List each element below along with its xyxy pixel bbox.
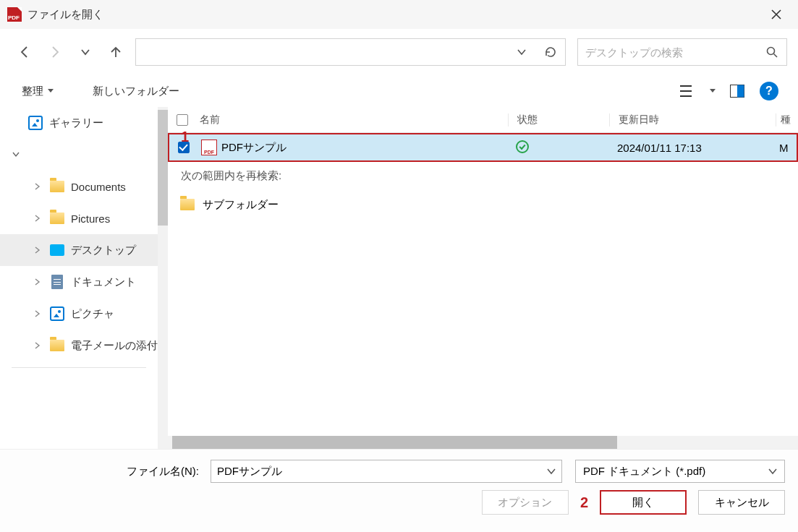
research-label: 次の範囲内を再検索: — [168, 162, 798, 190]
sidebar: ギャラリー Documents Pictures — [0, 107, 168, 449]
column-name[interactable]: 名前 — [197, 113, 509, 126]
file-type: M — [775, 142, 797, 154]
chevron-down-icon[interactable] — [547, 467, 556, 476]
up-button[interactable] — [102, 38, 130, 66]
app-pdf-icon: PDF — [7, 7, 22, 22]
filetype-value: PDF ドキュメント (*.pdf) — [583, 465, 768, 479]
horizontal-scrollbar[interactable] — [168, 436, 798, 449]
svg-point-0 — [768, 48, 775, 55]
folder-icon — [180, 199, 195, 210]
column-type[interactable]: 種 — [776, 113, 798, 126]
pdf-file-icon: PDF — [201, 140, 217, 155]
chevron-right-icon[interactable] — [32, 310, 43, 317]
file-name: PDFサンプル — [221, 141, 286, 155]
history-dropdown[interactable] — [72, 38, 99, 66]
open-button[interactable]: 開く — [600, 490, 687, 515]
help-button[interactable]: ? — [755, 80, 784, 102]
organize-label: 整理 — [22, 85, 43, 98]
document-icon — [51, 275, 63, 289]
picture-icon — [50, 306, 64, 321]
folder-icon — [50, 213, 64, 224]
folder-icon — [50, 181, 64, 192]
chevron-down-icon[interactable] — [768, 467, 777, 476]
annotation-2: 2 — [580, 494, 588, 511]
new-folder-button[interactable]: 新しいフォルダー — [85, 80, 187, 103]
sidebar-item-pictures[interactable]: Pictures — [0, 202, 158, 234]
sidebar-item-label: ピクチャ — [71, 307, 114, 321]
sidebar-scrollbar[interactable] — [158, 107, 168, 449]
column-status[interactable]: 状態 — [509, 113, 610, 126]
window-title: ファイルを開く — [27, 8, 103, 22]
cancel-button[interactable]: キャンセル — [698, 490, 785, 515]
column-headers[interactable]: 名前 状態 更新日時 種 — [168, 107, 798, 133]
title-bar: PDF ファイルを開く — [0, 0, 798, 29]
close-button[interactable] — [762, 0, 791, 29]
select-all-checkbox[interactable] — [168, 114, 197, 126]
toolbar: 整理 新しいフォルダー ? — [0, 75, 798, 107]
organize-button[interactable]: 整理 — [14, 80, 61, 103]
chevron-right-icon[interactable] — [32, 278, 43, 286]
back-button[interactable] — [11, 38, 38, 66]
chevron-right-icon[interactable] — [32, 342, 43, 349]
sidebar-item-desktop[interactable]: デスクトップ — [0, 234, 158, 266]
chevron-right-icon[interactable] — [32, 183, 43, 190]
refresh-button[interactable] — [536, 39, 565, 65]
main-area: ギャラリー Documents Pictures — [0, 107, 798, 449]
filetype-combo[interactable]: PDF ドキュメント (*.pdf) — [575, 460, 785, 483]
options-button[interactable]: オプション — [482, 490, 569, 515]
sidebar-item-pictures-jp[interactable]: ピクチャ — [0, 298, 158, 330]
sidebar-item-label: ドキュメント — [71, 275, 136, 289]
file-pane: 1 名前 状態 更新日時 種 PDF PDFサンプル 2024/01/11 17… — [168, 107, 798, 449]
folder-icon — [50, 340, 64, 351]
chevron-down-icon — [48, 88, 54, 94]
sidebar-item-label: Documents — [71, 181, 126, 193]
status-ok-icon — [516, 140, 529, 153]
sidebar-scroll-thumb[interactable] — [158, 110, 168, 226]
chevron-down-icon[interactable] — [10, 151, 22, 158]
nav-tree: ギャラリー Documents Pictures — [0, 107, 158, 449]
new-folder-label: 新しいフォルダー — [93, 85, 179, 98]
sidebar-item-label: ギャラリー — [49, 116, 103, 130]
forward-button[interactable] — [41, 38, 69, 66]
footer-panel: ファイル名(N): PDFサンプル PDF ドキュメント (*.pdf) オプシ… — [0, 449, 798, 532]
subfolder-row[interactable]: サブフォルダー — [168, 190, 798, 219]
sidebar-item-label: デスクトップ — [71, 244, 136, 257]
gallery-icon — [28, 116, 43, 130]
sidebar-item-documents-jp[interactable]: ドキュメント — [0, 266, 158, 298]
desktop-icon — [50, 244, 64, 256]
filename-combo[interactable]: PDFサンプル — [211, 460, 562, 483]
sidebar-item-label: 電子メールの添付 — [71, 339, 158, 353]
help-icon: ? — [760, 82, 778, 100]
divider — [12, 367, 146, 368]
view-dropdown[interactable] — [705, 80, 720, 102]
search-icon[interactable] — [757, 46, 786, 59]
path-box[interactable] — [135, 38, 566, 66]
file-row[interactable]: PDF PDFサンプル 2024/01/11 17:13 M — [168, 133, 798, 162]
column-modified[interactable]: 更新日時 — [610, 113, 776, 126]
sidebar-item-home[interactable] — [0, 139, 158, 171]
path-dropdown-icon[interactable] — [507, 39, 536, 65]
filename-value[interactable]: PDFサンプル — [217, 465, 547, 479]
nav-row — [0, 29, 798, 75]
view-list-button[interactable] — [674, 80, 703, 102]
sidebar-item-email-attachments[interactable]: 電子メールの添付 — [0, 330, 158, 361]
subfolder-label: サブフォルダー — [203, 198, 279, 212]
chevron-right-icon[interactable] — [32, 215, 43, 222]
sidebar-item-documents[interactable]: Documents — [0, 171, 158, 202]
search-input[interactable] — [578, 46, 757, 59]
horizontal-scroll-thumb[interactable] — [172, 436, 617, 449]
path-input[interactable] — [136, 39, 507, 65]
sidebar-item-gallery[interactable]: ギャラリー — [0, 107, 158, 139]
search-box[interactable] — [577, 38, 787, 66]
sidebar-item-label: Pictures — [71, 213, 110, 225]
filename-label: ファイル名(N): — [13, 465, 205, 479]
file-checkbox[interactable] — [169, 142, 198, 153]
chevron-right-icon[interactable] — [32, 246, 43, 254]
file-date: 2024/01/11 17:13 — [608, 142, 775, 154]
svg-rect-2 — [737, 85, 744, 98]
preview-pane-button[interactable] — [723, 80, 752, 102]
